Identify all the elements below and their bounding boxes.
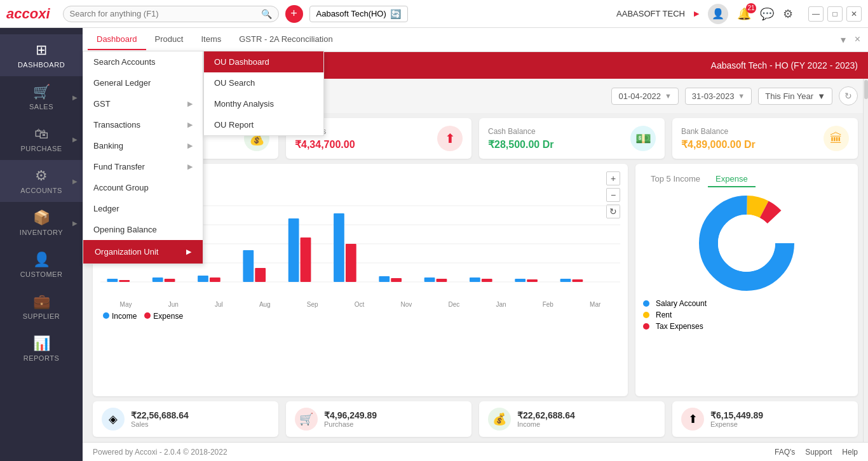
user-arrow-icon: ▶: [694, 10, 699, 18]
sales-summary-card[interactable]: ◈ ₹22,56,688.64 Sales: [93, 401, 278, 437]
menu-item-fund-transfer[interactable]: Fund Transfer ▶: [83, 156, 203, 177]
svg-rect-12: [255, 268, 266, 282]
tab-pin-button[interactable]: ▾: [838, 34, 848, 46]
date-to-value: 31-03-2023: [692, 91, 735, 101]
filter-select[interactable]: This Fin Year ▼: [758, 88, 832, 105]
avatar[interactable]: 👤: [708, 4, 728, 24]
sidebar-item-sales[interactable]: 🛒 SALES ▶: [0, 76, 83, 118]
global-search[interactable]: 🔍: [63, 6, 279, 22]
tab-controls: ▾ ×: [838, 34, 863, 46]
expense-summary-icon: ⬆: [681, 408, 704, 431]
purchase-icon: 🛍: [34, 126, 48, 142]
purchase-arrow-icon: ▶: [72, 136, 78, 143]
menu-item-banking[interactable]: Banking ▶: [83, 135, 203, 156]
add-button[interactable]: +: [285, 5, 303, 23]
top5-chart: Top 5 Income Expense Salary Acc: [635, 164, 858, 396]
sidebar-label-inventory: INVENTORY: [20, 229, 63, 236]
purchase-summary-label: Purchase: [324, 420, 377, 428]
maximize-button[interactable]: □: [827, 6, 843, 22]
svg-rect-18: [391, 278, 402, 282]
svg-rect-14: [301, 237, 311, 282]
svg-rect-10: [210, 277, 220, 282]
notifications-button[interactable]: 🔔 21: [737, 7, 751, 21]
menu-item-gst[interactable]: GST ▶: [83, 93, 203, 114]
tab-dashboard[interactable]: Dashboard: [88, 29, 146, 50]
faq-link[interactable]: FAQ's: [775, 448, 795, 457]
svg-rect-16: [346, 244, 356, 282]
sidebar-item-reports[interactable]: 📊 REPORTS: [0, 328, 83, 370]
tax-dot: [643, 323, 649, 330]
svg-rect-15: [334, 213, 344, 282]
ou-item-search[interactable]: OU Search: [204, 72, 323, 93]
menu-item-transactions[interactable]: Transactions ▶: [83, 114, 203, 135]
payables-icon: ⬆: [437, 126, 463, 151]
sidebar-item-purchase[interactable]: 🛍 PURCHASE ▶: [0, 118, 83, 160]
income-summary-icon: 💰: [488, 408, 511, 431]
month-label-mar: Mar: [590, 301, 600, 308]
notification-badge: 21: [746, 3, 756, 13]
month-label-sep: Sep: [307, 301, 318, 308]
date-from-value: 01-04-2022: [618, 91, 661, 101]
tab-gstr[interactable]: GSTR - 2A Reconciliation: [230, 29, 341, 50]
ou-item-monthly-analysis[interactable]: Monthy Analysis: [204, 93, 323, 114]
salary-label: Salary Account: [656, 299, 707, 308]
purchase-summary-icon: 🛒: [295, 408, 318, 431]
tab-close-button[interactable]: ×: [852, 34, 863, 46]
purchase-summary-card[interactable]: 🛒 ₹4,96,249.89 Purchase: [286, 401, 471, 437]
fund-transfer-arrow-icon: ▶: [187, 163, 193, 171]
minimize-button[interactable]: —: [808, 6, 824, 22]
scrollbar-thumb[interactable]: [864, 80, 868, 99]
date-to-input[interactable]: 31-03-2023 ▼: [685, 88, 752, 105]
svg-rect-23: [515, 279, 526, 282]
sidebar-item-dashboard[interactable]: ⊞ DASHBOARD: [0, 34, 83, 76]
tab-items[interactable]: Items: [192, 29, 230, 50]
sidebar-label-dashboard: DASHBOARD: [18, 61, 65, 69]
month-label-jul: Jul: [215, 301, 223, 308]
topbar: accoxi 🔍 + Aabasoft Tech(HO) 🔄 AABASOFT …: [0, 0, 868, 28]
legend-salary: Salary Account: [643, 299, 850, 308]
expense-summary-card[interactable]: ⬆ ₹6,15,449.89 Expense: [672, 401, 858, 437]
chart-zoom-in-button[interactable]: +: [606, 171, 620, 185]
income-summary-value: ₹22,62,688.64: [517, 410, 575, 420]
logo[interactable]: accoxi: [6, 6, 50, 22]
income-summary-card[interactable]: 💰 ₹22,62,688.64 Income: [479, 401, 665, 437]
menu-item-search-accounts[interactable]: Search Accounts: [83, 51, 203, 72]
chat-button[interactable]: 💬: [760, 7, 774, 21]
sidebar-label-sales: SALES: [29, 103, 53, 110]
menu-item-opening-balance[interactable]: Opening Balance: [83, 219, 203, 240]
menu-item-account-group[interactable]: Account Group: [83, 177, 203, 198]
sidebar-item-supplier[interactable]: 💼 SUPPLIER: [0, 286, 83, 328]
menu-item-organization-unit[interactable]: Organization Unit ▶: [83, 240, 203, 264]
support-link[interactable]: Support: [805, 448, 832, 457]
ou-item-dashboard[interactable]: OU Dashboard: [204, 51, 323, 72]
sidebar-item-accounts[interactable]: ⚙ ACCOUNTS ▶: [0, 160, 83, 202]
sidebar-item-inventory[interactable]: 📦 INVENTORY ▶: [0, 202, 83, 244]
bank-balance-card[interactable]: Bank Balance ₹4,89,000.00 Dr 🏛: [672, 118, 858, 159]
top5-tab-income[interactable]: Top 5 Income: [643, 171, 708, 187]
powered-by: Powered by Accoxi - 2.0.4 © 2018-2022: [93, 448, 227, 457]
expense-legend: Expense: [144, 312, 183, 321]
help-link[interactable]: Help: [842, 448, 858, 457]
reports-icon: 📊: [33, 335, 50, 352]
inventory-icon: 📦: [33, 210, 50, 226]
menu-item-general-ledger[interactable]: General Ledger: [83, 72, 203, 93]
date-from-input[interactable]: 01-04-2022 ▼: [611, 88, 678, 105]
ou-item-report[interactable]: OU Report: [204, 114, 323, 135]
cash-balance-value: ₹28,500.00 Dr: [488, 138, 553, 150]
sidebar-item-customer[interactable]: 👤 CUSTOMER: [0, 244, 83, 286]
bottom-summary: ◈ ₹22,56,688.64 Sales 🛒 ₹4,96,249.89 Pur…: [83, 396, 868, 442]
search-input[interactable]: [70, 9, 261, 18]
sidebar-label-accounts: ACCOUNTS: [20, 187, 62, 194]
sales-arrow-icon: ▶: [72, 94, 78, 101]
cash-balance-card[interactable]: Cash Balance ₹28,500.00 Dr 💵: [479, 118, 665, 159]
menu-item-ledger[interactable]: Ledger: [83, 198, 203, 219]
close-button[interactable]: ✕: [846, 6, 862, 22]
donut-chart-container: [643, 192, 850, 294]
sidebar: ⊞ DASHBOARD 🛒 SALES ▶ 🛍 PURCHASE ▶ ⚙ ACC…: [0, 28, 83, 461]
settings-button[interactable]: ⚙: [783, 7, 793, 21]
refresh-icon: 🔄: [390, 9, 401, 19]
tab-product[interactable]: Product: [146, 29, 193, 50]
top5-tab-expense[interactable]: Expense: [708, 171, 756, 187]
dashboard-refresh-button[interactable]: ↻: [839, 86, 858, 105]
company-selector[interactable]: Aabasoft Tech(HO) 🔄: [309, 6, 408, 22]
